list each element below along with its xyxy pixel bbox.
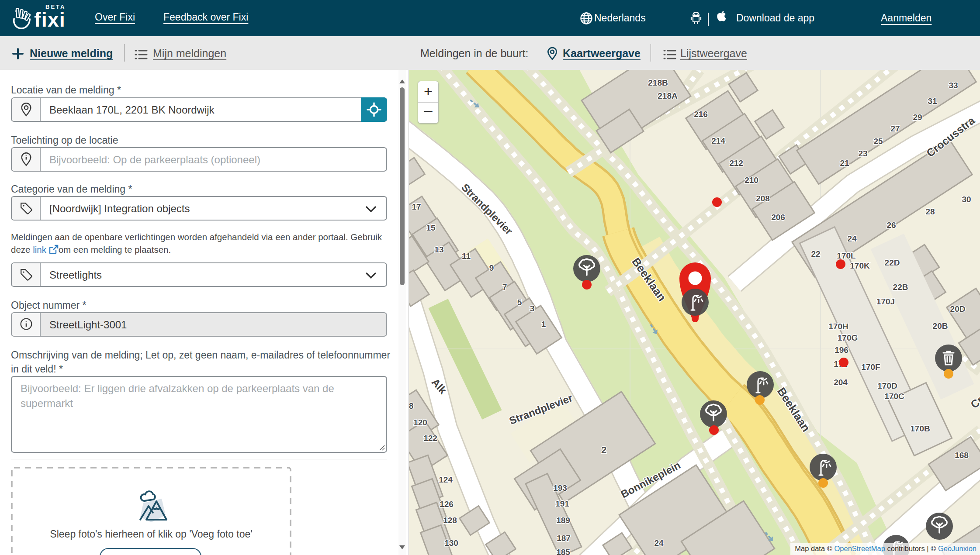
- svg-text:170J: 170J: [876, 297, 895, 306]
- svg-text:130: 130: [444, 538, 458, 548]
- svg-text:187: 187: [557, 534, 571, 543]
- svg-text:24: 24: [654, 538, 664, 548]
- svg-text:24: 24: [847, 234, 857, 243]
- svg-text:122: 122: [423, 434, 437, 443]
- svg-text:2: 2: [601, 445, 606, 455]
- svg-text:33: 33: [949, 81, 958, 90]
- svg-text:185: 185: [556, 548, 570, 555]
- svg-text:170D: 170D: [877, 381, 897, 390]
- svg-text:20B: 20B: [933, 321, 948, 331]
- svg-text:170L: 170L: [837, 251, 856, 260]
- svg-text:204: 204: [834, 378, 848, 387]
- svg-text:21: 21: [840, 159, 849, 168]
- svg-text:170C: 170C: [884, 392, 904, 401]
- svg-text:9: 9: [489, 263, 494, 272]
- svg-text:170K: 170K: [850, 261, 870, 270]
- svg-text:170G: 170G: [838, 333, 858, 342]
- svg-text:210: 210: [745, 176, 758, 185]
- svg-text:170F: 170F: [861, 362, 880, 372]
- svg-text:1: 1: [541, 320, 546, 329]
- svg-text:126: 126: [440, 500, 454, 509]
- svg-text:30: 30: [962, 195, 971, 204]
- svg-text:22: 22: [811, 249, 820, 259]
- svg-text:191: 191: [555, 499, 569, 508]
- svg-text:214: 214: [711, 136, 725, 145]
- svg-text:7: 7: [502, 283, 507, 292]
- svg-text:218A: 218A: [658, 91, 678, 100]
- svg-text:5: 5: [517, 298, 522, 307]
- svg-text:168: 168: [955, 451, 969, 460]
- svg-text:22D: 22D: [885, 258, 900, 267]
- svg-text:8: 8: [409, 401, 413, 410]
- svg-text:22B: 22B: [893, 283, 908, 292]
- svg-text:196: 196: [835, 345, 848, 355]
- svg-text:216: 216: [694, 110, 708, 119]
- svg-text:13: 13: [434, 245, 443, 254]
- svg-text:193: 193: [553, 483, 567, 493]
- svg-text:11: 11: [462, 252, 471, 261]
- svg-text:23: 23: [858, 149, 867, 158]
- svg-text:120: 120: [413, 418, 427, 427]
- svg-text:218B: 218B: [648, 78, 668, 87]
- svg-text:15: 15: [426, 223, 436, 232]
- svg-text:28: 28: [925, 207, 935, 216]
- svg-text:29: 29: [913, 113, 922, 122]
- svg-text:170H: 170H: [828, 322, 848, 331]
- svg-text:206: 206: [771, 213, 785, 222]
- svg-text:25: 25: [873, 137, 883, 146]
- svg-text:3: 3: [530, 304, 535, 313]
- svg-text:17: 17: [412, 202, 421, 211]
- svg-text:20D: 20D: [950, 304, 966, 314]
- svg-text:27: 27: [890, 124, 900, 133]
- svg-text:124: 124: [439, 475, 453, 484]
- svg-text:26: 26: [887, 221, 896, 230]
- svg-text:170B: 170B: [910, 424, 930, 433]
- svg-text:31: 31: [928, 97, 937, 106]
- svg-text:208: 208: [756, 194, 770, 203]
- svg-text:128: 128: [443, 516, 457, 525]
- svg-text:212: 212: [729, 159, 743, 168]
- svg-text:189: 189: [556, 516, 570, 525]
